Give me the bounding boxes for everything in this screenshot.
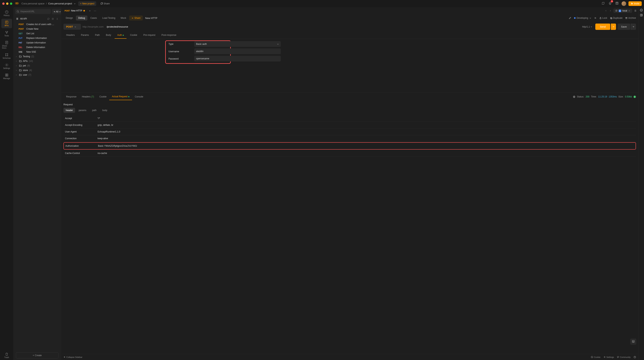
auth-pass-input[interactable] [194, 56, 281, 61]
footer-cookie[interactable]: Cookie [591, 356, 600, 358]
download-icon[interactable] [634, 95, 636, 98]
minimize-window[interactable] [6, 2, 8, 5]
auth-user-input[interactable] [194, 48, 281, 54]
nav-tests[interactable]: Tests [1, 29, 12, 38]
save-button[interactable]: Save [618, 23, 630, 30]
status-selector[interactable]: Developing [574, 17, 591, 19]
folder-item[interactable]: ›Testing (2) [13, 54, 61, 59]
reqtab-body[interactable]: Body [103, 32, 114, 39]
svg-point-14 [7, 53, 8, 54]
target-icon[interactable] [52, 18, 54, 20]
new-project-button[interactable]: + New project [78, 1, 96, 6]
swap-icon[interactable] [594, 17, 597, 19]
actual-params-tab[interactable]: params [76, 108, 88, 113]
menu-icon[interactable] [634, 9, 637, 12]
tree-header[interactable]: All API [13, 16, 61, 21]
nav-settings[interactable]: Settings [1, 61, 12, 71]
gear-icon [604, 356, 606, 358]
archive-button[interactable]: Archive [625, 17, 636, 19]
sync-button[interactable] [601, 1, 606, 6]
next-tab-icon[interactable] [609, 9, 612, 12]
panel-icon[interactable] [640, 13, 643, 17]
folder-item[interactable]: ›pet (9) [13, 63, 61, 68]
refresh-icon[interactable] [47, 18, 50, 20]
prev-tab-icon[interactable] [605, 9, 607, 12]
folder-item[interactable]: ›user (7) [13, 72, 61, 77]
save-all-button[interactable] [615, 1, 619, 6]
send-dropdown[interactable] [611, 23, 616, 30]
resptab-response[interactable]: Response [64, 93, 79, 100]
send-button[interactable]: Send [595, 23, 610, 30]
nav-apis[interactable]: APIs [1, 19, 12, 28]
subtab-load[interactable]: Load Testing [100, 15, 118, 20]
resptab-actual[interactable]: Actual Request [109, 93, 132, 100]
tab-current[interactable]: POST New HTTP [63, 8, 87, 13]
collapse-sidebar[interactable]: Collapse Sidebar [64, 356, 82, 358]
api-item[interactable]: SSENew SSE [13, 50, 61, 54]
help-icon[interactable] [634, 356, 636, 358]
maximize-window[interactable] [10, 2, 12, 5]
save-dropdown[interactable] [631, 23, 636, 30]
env-selector[interactable]: L local [613, 8, 632, 13]
api-item[interactable]: GETGet List [13, 31, 61, 36]
subtab-share[interactable]: Share [129, 15, 143, 20]
subtab-debug[interactable]: Debug [76, 15, 87, 20]
reqtab-cookie[interactable]: Cookie [127, 32, 140, 39]
invite-button[interactable]: Invite [628, 1, 642, 6]
method-select[interactable]: POST [64, 24, 81, 30]
search-input[interactable] [15, 9, 51, 14]
api-item[interactable]: POSTCreate New [13, 27, 61, 31]
nav-manage[interactable]: Manage [1, 72, 12, 81]
url-path-input[interactable] [105, 24, 579, 30]
plus-icon: + [32, 354, 34, 357]
reqtab-pre[interactable]: Pre-request [141, 32, 158, 39]
layout-toggle[interactable] [630, 339, 636, 345]
tab-add[interactable]: + [88, 8, 92, 13]
footer-settings[interactable]: Settings [604, 356, 614, 358]
share-button[interactable]: Share [98, 1, 112, 6]
reqtab-headers[interactable]: Headers [64, 32, 78, 39]
folder-icon [19, 60, 22, 62]
nav-schemas[interactable]: Schemas [1, 51, 12, 61]
subtab-mock[interactable]: Mock [118, 15, 128, 20]
expand-icon[interactable] [56, 18, 58, 20]
notifications-button[interactable]: 3 [608, 1, 612, 6]
edit-icon[interactable] [569, 17, 571, 19]
folder-item[interactable]: ›store (4) [13, 68, 61, 72]
project-name[interactable]: Cora personal project [48, 2, 72, 5]
protocol-select[interactable]: http/1.1 [581, 25, 594, 29]
chevron-down-icon[interactable] [74, 2, 76, 5]
subtab-design[interactable]: Design [64, 15, 75, 20]
reqtab-path[interactable]: Path [92, 32, 102, 39]
resptab-console[interactable]: Console [132, 93, 146, 100]
resptab-cookie[interactable]: Cookie [96, 93, 109, 100]
subtab-cases[interactable]: Cases [88, 15, 99, 20]
reqtab-auth[interactable]: Auth [114, 32, 127, 39]
footer-community[interactable]: Community [617, 356, 630, 358]
lock-button[interactable]: Lock [599, 17, 607, 19]
svg-point-13 [5, 53, 6, 54]
workspace-name[interactable]: Cora personal space [22, 2, 44, 5]
folder-item[interactable]: ›APIs (10) [13, 59, 61, 63]
reqtab-params[interactable]: Params [78, 32, 92, 39]
create-button[interactable]: +Create [16, 352, 58, 359]
tab-menu[interactable]: ⋯ [93, 8, 97, 13]
reqtab-post[interactable]: Post-response [159, 32, 179, 39]
info-icon[interactable] [640, 8, 643, 12]
api-item[interactable]: PATUpdate Information [13, 40, 61, 45]
api-item[interactable]: PUTReplace Information [13, 36, 61, 40]
close-window[interactable] [2, 2, 4, 5]
actual-header-tab[interactable]: header [64, 108, 75, 113]
svg-point-10 [7, 31, 8, 32]
auth-type-select[interactable]: Basic auth [194, 41, 281, 47]
resptab-headers[interactable]: Headers (7) [79, 93, 96, 100]
api-item[interactable]: DELDelete Information [13, 45, 61, 50]
nav-share-docs[interactable]: Share Docs [1, 39, 12, 50]
duplicate-button[interactable]: Duplicate [610, 17, 622, 19]
api-item[interactable]: POSTCreates list of users with … [13, 22, 61, 27]
nav-history[interactable]: History [1, 8, 12, 18]
avatar[interactable] [622, 1, 626, 6]
actual-body-tab[interactable]: body [100, 108, 110, 113]
actual-path-tab[interactable]: path [90, 108, 99, 113]
nav-trash[interactable]: Trash [1, 351, 12, 360]
